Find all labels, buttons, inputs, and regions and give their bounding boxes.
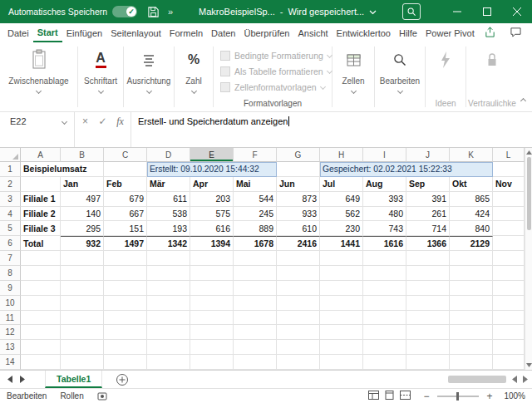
cell-I6[interactable]: 1616 bbox=[363, 236, 406, 251]
ribbon-group-zahl[interactable]: % Zahl bbox=[175, 42, 213, 111]
cell-J10[interactable] bbox=[406, 296, 450, 311]
cell-G3[interactable]: 873 bbox=[277, 192, 320, 207]
cell-G4[interactable]: 933 bbox=[277, 207, 320, 222]
scroll-right-icon[interactable] bbox=[523, 375, 528, 385]
ribbon-tab-hilfe[interactable]: Hilfe bbox=[395, 23, 421, 42]
cell-A13[interactable] bbox=[21, 340, 61, 355]
cell-D8[interactable] bbox=[147, 266, 190, 281]
cell-L7[interactable] bbox=[493, 251, 525, 266]
cell-K12[interactable] bbox=[450, 325, 493, 340]
scroll-up-icon[interactable] bbox=[526, 150, 532, 155]
cell-D5[interactable]: 193 bbox=[147, 221, 190, 236]
cell-J8[interactable] bbox=[406, 266, 450, 281]
cell-I9[interactable] bbox=[363, 281, 406, 296]
cell-B11[interactable] bbox=[61, 311, 104, 326]
minimize-button[interactable] bbox=[442, 0, 472, 23]
cell-E6[interactable]: 1394 bbox=[190, 236, 234, 251]
cell-L12[interactable] bbox=[493, 325, 525, 340]
scroll-down-icon[interactable] bbox=[526, 363, 532, 367]
cell-J5[interactable]: 714 bbox=[406, 221, 450, 236]
cell-C4[interactable]: 667 bbox=[104, 207, 147, 222]
close-button[interactable] bbox=[502, 0, 532, 23]
cell-J2[interactable]: Sep bbox=[406, 177, 450, 192]
cell-B8[interactable] bbox=[61, 266, 104, 281]
cell-L6[interactable] bbox=[493, 236, 525, 251]
normal-view-icon[interactable] bbox=[368, 391, 379, 401]
ribbon-group-zellen[interactable]: Zellen bbox=[332, 42, 374, 111]
macro-record-icon[interactable] bbox=[97, 392, 107, 401]
clipboard-icon[interactable] bbox=[26, 47, 52, 72]
ribbon-tab-entwicklertoo[interactable]: Entwicklertoo bbox=[332, 23, 395, 42]
cell-K11[interactable] bbox=[450, 311, 493, 326]
share-icon[interactable] bbox=[484, 27, 496, 40]
ribbon-group-ausrichtung[interactable]: Ausrichtung bbox=[124, 42, 174, 111]
cell-L9[interactable] bbox=[493, 281, 525, 296]
cell-K3[interactable]: 865 bbox=[450, 192, 493, 207]
column-header-I[interactable]: I bbox=[363, 148, 406, 162]
percent-icon[interactable]: % bbox=[180, 47, 207, 72]
cell-K4[interactable]: 424 bbox=[450, 207, 493, 222]
cell-L13[interactable] bbox=[493, 340, 525, 355]
cell-L8[interactable] bbox=[493, 266, 525, 281]
cell-D1[interactable]: Erstellt: 09.10.2020 15:44:32 bbox=[147, 162, 277, 177]
cell-I13[interactable] bbox=[363, 340, 406, 355]
ribbon-tab-power-pivot[interactable]: Power Pivot bbox=[421, 23, 479, 42]
cell-L3[interactable] bbox=[493, 192, 525, 207]
cell-J14[interactable] bbox=[406, 355, 450, 370]
column-header-C[interactable]: C bbox=[104, 148, 147, 162]
cell-G14[interactable] bbox=[277, 355, 320, 370]
cell-G10[interactable] bbox=[277, 296, 320, 311]
row-header-9[interactable]: 9 bbox=[0, 281, 21, 296]
cell-H6[interactable]: 1441 bbox=[320, 236, 363, 251]
cell-K5[interactable]: 840 bbox=[450, 221, 493, 236]
cell-L10[interactable] bbox=[493, 296, 525, 311]
scrollbar-thumb[interactable] bbox=[448, 376, 506, 383]
cell-C11[interactable] bbox=[104, 311, 147, 326]
cell-I5[interactable]: 743 bbox=[363, 221, 406, 236]
cell-C10[interactable] bbox=[104, 296, 147, 311]
cell-J9[interactable] bbox=[406, 281, 450, 296]
cell-D2[interactable]: Mär bbox=[147, 177, 190, 192]
cell-F7[interactable] bbox=[234, 251, 277, 266]
ribbon-group-zwischenablage[interactable]: Zwischenablage bbox=[0, 42, 77, 111]
cell-G13[interactable] bbox=[277, 340, 320, 355]
cell-H14[interactable] bbox=[320, 355, 363, 370]
cell-A8[interactable] bbox=[21, 266, 61, 281]
zoom-out-button[interactable]: − bbox=[422, 391, 431, 402]
previous-sheet-icon[interactable] bbox=[7, 375, 12, 385]
cell-B3[interactable]: 497 bbox=[61, 192, 104, 207]
cell-B4[interactable]: 140 bbox=[61, 207, 104, 222]
style-button-als-tabelle-formatieren[interactable]: Als Tabelle formatieren bbox=[214, 63, 332, 79]
cell-H4[interactable]: 562 bbox=[320, 207, 363, 222]
cell-J4[interactable]: 261 bbox=[406, 207, 450, 222]
ribbon-tab-seitenlayout[interactable]: Seitenlayout bbox=[106, 23, 165, 42]
cell-A2[interactable] bbox=[21, 177, 61, 192]
comments-icon[interactable] bbox=[510, 27, 522, 39]
cell-F6[interactable]: 1678 bbox=[234, 236, 277, 251]
cell-J7[interactable] bbox=[406, 251, 450, 266]
ribbon-tab-überprüfen[interactable]: Überprüfen bbox=[239, 23, 293, 42]
maximize-button[interactable] bbox=[472, 0, 502, 23]
cell-J13[interactable] bbox=[406, 340, 450, 355]
vertical-scrollbar[interactable] bbox=[525, 148, 532, 370]
cell-G8[interactable] bbox=[277, 266, 320, 281]
row-header-5[interactable]: 5 bbox=[0, 221, 21, 236]
save-status-icon[interactable] bbox=[147, 6, 160, 18]
cell-A12[interactable] bbox=[21, 325, 61, 340]
cell-L5[interactable] bbox=[493, 221, 525, 236]
cell-I7[interactable] bbox=[363, 251, 406, 266]
cell-F5[interactable]: 889 bbox=[234, 221, 277, 236]
row-header-7[interactable]: 7 bbox=[0, 251, 21, 266]
collapse-ribbon-chevron-icon[interactable] bbox=[521, 91, 525, 106]
cell-H13[interactable] bbox=[320, 340, 363, 355]
cell-H9[interactable] bbox=[320, 281, 363, 296]
cell-K2[interactable]: Okt bbox=[450, 177, 493, 192]
cell-J6[interactable]: 1366 bbox=[406, 236, 450, 251]
ribbon-group-ideen[interactable]: Ideen bbox=[426, 42, 466, 111]
quick-access-more-icon[interactable]: » bbox=[168, 7, 173, 17]
font-icon[interactable]: A bbox=[87, 47, 114, 72]
row-header-13[interactable]: 13 bbox=[0, 340, 21, 355]
style-button-zellenformatvorlagen[interactable]: Zellenformatvorlagen bbox=[214, 79, 332, 95]
page-break-view-icon[interactable] bbox=[400, 391, 411, 401]
cell-E3[interactable]: 203 bbox=[190, 192, 234, 207]
